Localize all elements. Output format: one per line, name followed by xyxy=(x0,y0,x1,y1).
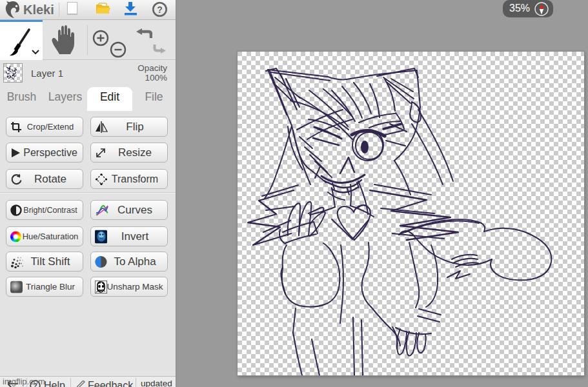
svg-text:?: ? xyxy=(157,5,163,15)
